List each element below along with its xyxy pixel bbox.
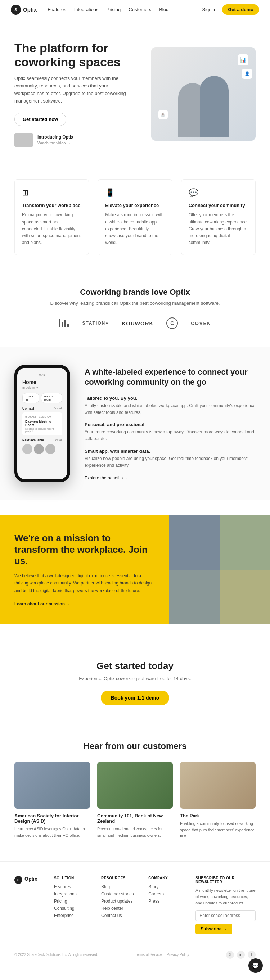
hero-icon-3: ☕	[159, 110, 168, 119]
footer-help-link[interactable]: Help center	[101, 906, 141, 911]
hero-description: Optix seamlessly connects your members w…	[14, 75, 130, 105]
footer-features-link[interactable]: Features	[54, 884, 94, 889]
app-feature-title-3: Smart app, with smarter data.	[84, 449, 256, 454]
phone-mockup: 9:41 Home Brooklyn ∨ Check-in Book a roo…	[14, 365, 70, 482]
footer-integrations-link[interactable]: Integrations	[54, 891, 94, 897]
nav-link-blog[interactable]: Blog	[159, 7, 168, 12]
facebook-icon[interactable]: f	[248, 951, 256, 959]
feature-desc-2: Make a strong impression with a white-la…	[105, 212, 165, 246]
footer-product-updates-link[interactable]: Product updates	[101, 899, 141, 904]
feature-title-1: Transform your workplace	[22, 203, 81, 208]
video-link[interactable]: Watch the video →	[37, 141, 71, 145]
footer-company-title: COMPANY	[148, 876, 188, 880]
person-2	[200, 76, 229, 137]
feature-card-1: ⊞ Transform your workplace Reimagine you…	[14, 179, 89, 255]
phone-actions: Check-in Book a room	[22, 393, 62, 403]
customer-desc-3: Enabling a community-focused coworking s…	[180, 821, 256, 840]
brands-title: Coworking brands love Optix	[14, 288, 256, 297]
footer-customer-stories-link[interactable]: Customer stories	[101, 891, 141, 897]
hero-image: 📊 👤 ☕	[151, 47, 256, 141]
hero-section: The platform for coworking spaces Optix …	[0, 19, 270, 165]
logo-text: Optix	[23, 6, 37, 13]
checkin-btn[interactable]: Check-in	[22, 393, 39, 403]
footer-press-link[interactable]: Press	[148, 899, 188, 904]
mission-img-1	[169, 515, 219, 570]
nav-link-customers[interactable]: Customers	[129, 7, 151, 12]
brand-logo-coven: COVEN	[191, 321, 211, 326]
video-label: Introducing Optix	[37, 135, 73, 140]
customers-title: Hear from our customers	[14, 741, 256, 751]
twitter-icon[interactable]: 𝕏	[226, 951, 234, 959]
footer-solution-title: SOLUTION	[54, 876, 94, 880]
customer-cards: American Society for Interior Design (AS…	[14, 762, 256, 840]
footer-terms-link[interactable]: Terms of Service	[135, 953, 162, 957]
app-right: A white-labeled experience to connect yo…	[84, 367, 256, 480]
brand-logo-c: C	[166, 317, 178, 329]
nav-link-pricing[interactable]: Pricing	[106, 7, 121, 12]
customer-img-2	[97, 762, 173, 809]
up-next-label: Up next	[22, 407, 34, 410]
see-all-2[interactable]: See all	[54, 438, 62, 442]
feature-title-2: Elevate your experience	[105, 203, 165, 208]
feature-card-2: 📱 Elevate your experience Make a strong …	[98, 179, 172, 255]
get-started-button[interactable]: Get started now	[14, 113, 66, 126]
avatar-1	[22, 444, 32, 454]
app-feature-1: Tailored to you. By you. A fully customi…	[84, 396, 256, 416]
footer-pricing-link[interactable]: Pricing	[54, 899, 94, 904]
brands-logos: STATION● KOUWORK C COVEN	[14, 317, 256, 329]
footer-social: 𝕏 in f	[226, 951, 256, 959]
feature-desc-1: Reimagine your coworking space as smart …	[22, 212, 81, 246]
footer-careers-link[interactable]: Careers	[148, 891, 188, 897]
hero-video: Introducing Optix Watch the video →	[14, 133, 140, 147]
app-title: A white-labeled experience to connect yo…	[84, 367, 256, 388]
features-section: ⊞ Transform your workplace Reimagine you…	[0, 165, 270, 270]
hero-left: The platform for coworking spaces Optix …	[14, 41, 140, 147]
bar-2	[62, 322, 64, 327]
mission-img-2	[219, 515, 270, 570]
footer-resources-col: RESOURCES Blog Customer stories Product …	[101, 876, 141, 934]
app-feature-desc-3: Visualize how people are using your spac…	[84, 455, 256, 469]
app-feature-desc-1: A fully customizable and white-labeled w…	[84, 402, 256, 416]
phone-home-label: Home	[22, 379, 62, 385]
demo-button[interactable]: Get a demo	[222, 4, 259, 15]
footer-enterprise-link[interactable]: Enterprise	[54, 913, 94, 918]
cta-section: Get started today Experience Optix cowor…	[0, 639, 270, 727]
feature-desc-3: Offer your members the ultimate coworkin…	[189, 212, 248, 246]
newsletter-input[interactable]	[195, 910, 256, 921]
footer-solution-col: SOLUTION Features Integrations Pricing C…	[54, 876, 94, 934]
mission-img-3	[169, 570, 219, 624]
footer-copy: © 2022 ShareDesk Solutions Inc. All righ…	[14, 953, 98, 957]
nav-link-integrations[interactable]: Integrations	[74, 7, 98, 12]
phone-screen: 9:41 Home Brooklyn ∨ Check-in Book a roo…	[17, 368, 67, 479]
customer-name-3: The Park	[180, 813, 256, 818]
see-all-1[interactable]: See all	[54, 407, 62, 410]
brands-section: Coworking brands love Optix Discover why…	[0, 270, 270, 347]
mission-link[interactable]: Learn about our mission →	[14, 601, 70, 606]
meeting-time: 8:00 AM – 10:30 AM	[25, 415, 59, 418]
subscribe-button[interactable]: Subscribe →	[195, 924, 232, 934]
customer-img-1	[14, 762, 90, 809]
book-room-btn[interactable]: Book a room	[41, 393, 62, 403]
footer-contact-link[interactable]: Contact us	[101, 913, 141, 918]
mission-right	[169, 515, 270, 624]
explore-benefits-link[interactable]: Explore the benefits →	[84, 476, 128, 480]
next-available-row: Next available See all	[22, 438, 62, 442]
nav-link-features[interactable]: Features	[48, 7, 66, 12]
app-feature-2: Personal, and professional. Your entire …	[84, 422, 256, 442]
phone-notch: 9:41	[22, 373, 62, 377]
signin-link[interactable]: Sign in	[202, 7, 216, 12]
nav-logo: S Optix	[11, 5, 37, 15]
footer-blog-link[interactable]: Blog	[101, 884, 141, 889]
meeting-card: 8:00 AM – 10:30 AM Bayview Meeting Room …	[22, 412, 62, 436]
footer-logo-circle: S	[14, 876, 22, 884]
cta-button[interactable]: Book your 1:1 demo	[101, 690, 170, 705]
footer-story-link[interactable]: Story	[148, 884, 188, 889]
customer-desc-2: Powering on-demand workspaces for small …	[97, 826, 173, 838]
linkedin-icon[interactable]: in	[237, 951, 245, 959]
footer-privacy-link[interactable]: Privacy Policy	[167, 953, 189, 957]
customer-name-1: American Society for Interior Design (AS…	[14, 813, 90, 824]
feature-icon-3: 💬	[189, 188, 248, 197]
brand-logo-kouwork: KOUWORK	[122, 320, 154, 326]
customer-name-2: Community 101, Bank of New Zealand	[97, 813, 173, 824]
footer-consulting-link[interactable]: Consulting	[54, 906, 94, 911]
